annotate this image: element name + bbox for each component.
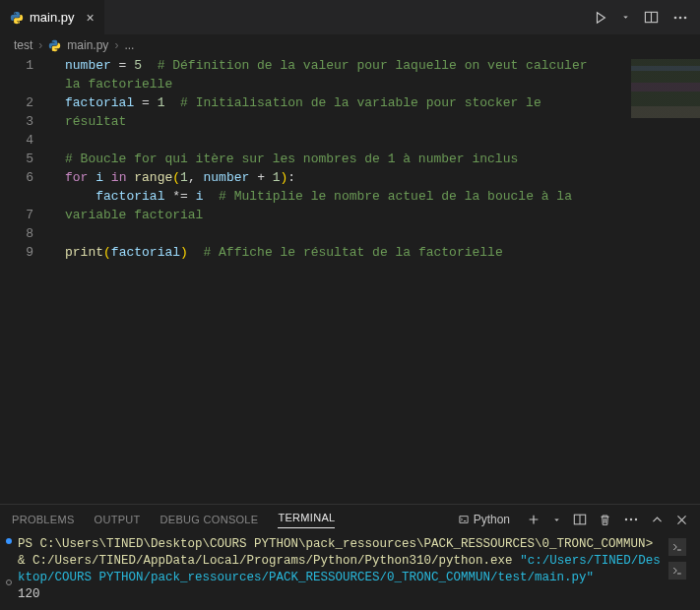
terminal-python-exe: C:/Users/TINED/AppData/Local/Programs/Py…: [32, 554, 513, 568]
python-file-icon: [10, 11, 24, 25]
line-number: 8: [0, 224, 49, 243]
tab-output[interactable]: OUTPUT: [95, 514, 141, 525]
editor-actions: [594, 10, 700, 26]
tab-bar: main.py ×: [0, 0, 700, 34]
more-panel-actions-icon[interactable]: [623, 512, 639, 527]
python-file-icon: [48, 39, 61, 52]
maximize-panel-icon[interactable]: [651, 514, 664, 526]
more-actions-icon[interactable]: [672, 10, 688, 26]
line-number: 1: [0, 56, 49, 93]
panel-actions: Python: [453, 511, 688, 528]
terminal-active-dot-icon: [6, 538, 12, 544]
svg-point-9: [635, 518, 637, 520]
run-dropdown-icon[interactable]: [621, 13, 630, 22]
breadcrumb-extra[interactable]: ...: [124, 38, 134, 52]
code-line[interactable]: print(factorial) # Affiche le résultat d…: [65, 243, 609, 262]
run-button[interactable]: [594, 11, 607, 25]
svg-point-7: [625, 518, 627, 520]
code-content[interactable]: number = 5 # Définition de la valeur pou…: [65, 56, 609, 280]
chevron-right-icon: ›: [114, 38, 118, 52]
terminal-status-dot-icon: [6, 580, 12, 585]
code-editor[interactable]: 123456789 number = 5 # Définition de la …: [0, 56, 700, 504]
terminal-profile-label: Python: [474, 513, 510, 526]
tab-debug-console[interactable]: DEBUG CONSOLE: [160, 514, 259, 525]
line-number: 3: [0, 112, 49, 131]
svg-point-8: [630, 518, 632, 520]
svg-point-2: [674, 16, 677, 19]
split-editor-icon[interactable]: [644, 10, 659, 25]
code-line[interactable]: for i in range(1, number + 1):: [65, 168, 609, 187]
code-line[interactable]: factorial *= i # Multiplie le nombre act…: [65, 187, 609, 224]
terminal-cwd: C:\Users\TINED\Desktop\COURS PYTHON\pack…: [40, 537, 646, 551]
tab-problems[interactable]: PROBLEMS: [12, 514, 75, 525]
line-number: 2: [0, 93, 49, 112]
line-number: 7: [0, 206, 49, 224]
new-terminal-icon[interactable]: [527, 513, 541, 526]
kill-terminal-icon[interactable]: [599, 514, 611, 526]
code-line[interactable]: [65, 131, 609, 150]
line-number-gutter: 123456789: [0, 56, 49, 262]
line-number: 9: [0, 243, 49, 262]
editor-tab-main[interactable]: main.py ×: [0, 0, 105, 34]
line-number: 4: [0, 131, 49, 150]
code-line[interactable]: [65, 262, 609, 280]
panel-tabs: PROBLEMS OUTPUT DEBUG CONSOLE TERMINAL P…: [0, 505, 700, 534]
terminal-amp: &: [18, 554, 32, 568]
tab-filename: main.py: [30, 10, 75, 25]
terminal-shell-icon[interactable]: [668, 538, 686, 556]
terminal-side-icons: [665, 536, 690, 608]
terminal-profile-select[interactable]: Python: [453, 511, 515, 528]
chevron-right-icon: ›: [38, 38, 42, 52]
close-panel-icon[interactable]: [675, 514, 688, 526]
breadcrumb[interactable]: test › main.py › ...: [0, 34, 700, 56]
terminal-shell-icon[interactable]: [668, 562, 686, 580]
breadcrumb-folder[interactable]: test: [14, 38, 32, 52]
minimap[interactable]: [631, 59, 700, 118]
code-line[interactable]: factorial = 1 # Initialisation de la var…: [65, 93, 609, 131]
bottom-panel: PROBLEMS OUTPUT DEBUG CONSOLE TERMINAL P…: [0, 504, 700, 610]
line-number: 5: [0, 150, 49, 168]
code-line[interactable]: [65, 224, 609, 243]
breadcrumb-file[interactable]: main.py: [67, 38, 108, 52]
svg-point-3: [679, 16, 682, 19]
close-tab-icon[interactable]: ×: [87, 10, 95, 26]
terminal-sep: >: [646, 537, 661, 551]
tab-terminal[interactable]: TERMINAL: [278, 512, 335, 528]
terminal-body[interactable]: PS C:\Users\TINED\Desktop\COURS PYTHON\p…: [0, 534, 700, 610]
svg-point-4: [684, 16, 687, 19]
code-line[interactable]: # Boucle for qui itère sur les nombres d…: [65, 150, 609, 168]
terminal-dropdown-icon[interactable]: [552, 516, 561, 524]
terminal-output[interactable]: PS C:\Users\TINED\Desktop\COURS PYTHON\p…: [18, 536, 665, 608]
terminal-prompt-ps: PS: [18, 537, 40, 551]
code-line[interactable]: number = 5 # Définition de la valeur pou…: [65, 56, 609, 93]
line-number: 6: [0, 168, 49, 206]
split-terminal-icon[interactable]: [573, 513, 587, 526]
terminal-result: 120: [18, 587, 40, 601]
